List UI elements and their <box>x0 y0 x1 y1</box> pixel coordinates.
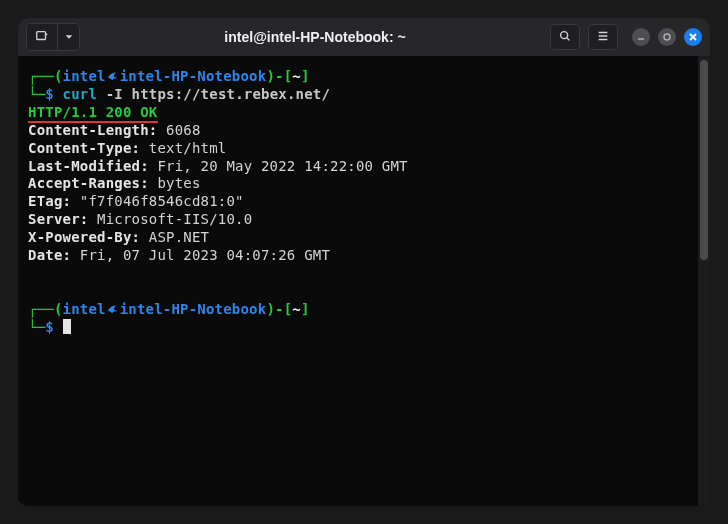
header-key: Date: <box>28 247 71 263</box>
prompt-open-paren: ( <box>54 68 63 84</box>
titlebar: intel@intel-HP-Notebook: ~ <box>18 18 710 56</box>
command-args: -I https://test.rebex.net/ <box>106 86 330 102</box>
prompt-open-paren: ( <box>54 301 63 317</box>
prompt-cwd: ~ <box>292 301 301 317</box>
minimize-icon <box>636 29 646 45</box>
header-val: Fri, 20 May 2022 14:22:00 GMT <box>149 158 408 174</box>
prompt-rbracket: ] <box>301 68 310 84</box>
header-key: X-Powered-By: <box>28 229 140 245</box>
window-controls <box>632 28 702 46</box>
minimize-button[interactable] <box>632 28 650 46</box>
command-name: curl <box>63 86 98 102</box>
new-tab-dropdown[interactable] <box>57 24 79 50</box>
header-val: ASP.NET <box>140 229 209 245</box>
close-icon <box>688 29 698 45</box>
titlebar-left <box>26 23 80 51</box>
header-key: ETag: <box>28 193 71 209</box>
header-key: Last-Modified: <box>28 158 149 174</box>
prompt-close-paren: ) <box>266 301 275 317</box>
terminal-window: intel@intel-HP-Notebook: ~ <box>18 18 710 506</box>
header-val: 6068 <box>157 122 200 138</box>
prompt-cwd: ~ <box>292 68 301 84</box>
header-val: bytes <box>149 175 201 191</box>
prompt-corner-bottom: └─ <box>28 86 45 102</box>
svg-point-1 <box>561 31 568 38</box>
prompt-host: intel-HP-Notebook <box>120 301 267 317</box>
prompt-dash: - <box>275 68 284 84</box>
menu-button[interactable] <box>588 24 618 50</box>
titlebar-right <box>550 24 702 50</box>
terminal-output[interactable]: ┌──(intelintel-HP-Notebook)-[~] └─$ curl… <box>18 56 698 506</box>
prompt-dash: - <box>275 301 284 317</box>
svg-point-2 <box>664 34 670 40</box>
prompt-user: intel <box>63 68 106 84</box>
prompt-corner-top: ┌── <box>28 301 54 317</box>
prompt-rbracket: ] <box>301 301 310 317</box>
http-status-text: HTTP/1.1 200 OK <box>28 104 157 120</box>
hamburger-icon <box>596 29 610 46</box>
svg-rect-0 <box>37 31 46 39</box>
terminal-body: ┌──(intelintel-HP-Notebook)-[~] └─$ curl… <box>18 56 710 506</box>
http-status-line: HTTP/1.1 200 OK <box>28 104 157 122</box>
kali-dragon-icon <box>106 69 120 83</box>
scrollbar-thumb[interactable] <box>700 60 708 260</box>
search-icon <box>558 29 572 46</box>
header-val: Microsoft-IIS/10.0 <box>88 211 252 227</box>
search-button[interactable] <box>550 24 580 50</box>
header-val: text/html <box>140 140 226 156</box>
header-val: "f7f046f8546cd81:0" <box>71 193 244 209</box>
scrollbar[interactable] <box>698 56 710 506</box>
prompt-symbol: $ <box>45 319 54 335</box>
prompt-corner-top: ┌── <box>28 68 54 84</box>
header-key: Content-Type: <box>28 140 140 156</box>
prompt-host: intel-HP-Notebook <box>120 68 267 84</box>
prompt-corner-bottom: └─ <box>28 319 45 335</box>
header-key: Server: <box>28 211 88 227</box>
header-val: Fri, 07 Jul 2023 04:07:26 GMT <box>71 247 330 263</box>
prompt-symbol: $ <box>45 86 54 102</box>
new-tab-split <box>26 23 80 51</box>
prompt-close-paren: ) <box>266 68 275 84</box>
new-tab-button[interactable] <box>27 24 57 50</box>
maximize-button[interactable] <box>658 28 676 46</box>
header-key: Accept-Ranges: <box>28 175 149 191</box>
kali-dragon-icon <box>106 302 120 316</box>
window-title: intel@intel-HP-Notebook: ~ <box>88 29 542 45</box>
header-key: Content-Length: <box>28 122 157 138</box>
close-button[interactable] <box>684 28 702 46</box>
chevron-down-icon <box>64 29 74 45</box>
cursor <box>63 319 71 334</box>
red-underline-annotation <box>28 121 158 123</box>
maximize-icon <box>662 29 672 45</box>
prompt-user: intel <box>63 301 106 317</box>
new-tab-icon <box>35 29 49 46</box>
